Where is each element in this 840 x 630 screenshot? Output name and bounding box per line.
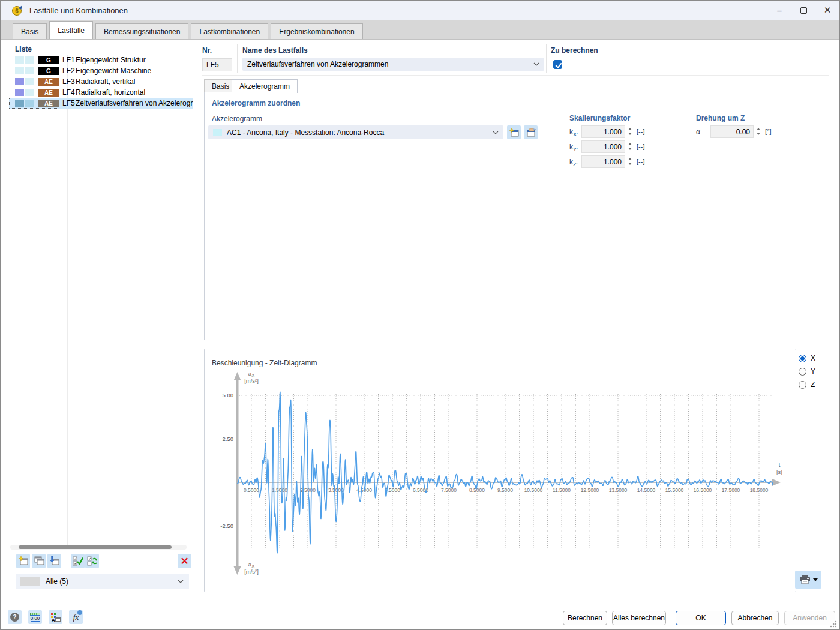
ky-spinner[interactable] [627, 140, 633, 152]
close-button[interactable]: ✕ [815, 1, 839, 20]
x-tick-label: 0.5000 [244, 487, 259, 493]
print-chart-button[interactable] [795, 571, 821, 589]
ok-button[interactable]: OK [676, 611, 726, 625]
load-case-id: LF5 [58, 99, 73, 107]
ky-unit: [--] [637, 143, 644, 150]
alles-berechnen-button[interactable]: Alles berechnen [612, 611, 666, 625]
category-badge: AE [38, 89, 59, 97]
horizontal-scrollbar[interactable] [10, 545, 187, 550]
spin-up-icon[interactable] [628, 158, 632, 160]
kz-input[interactable]: 1.000 [581, 155, 625, 168]
y-tick-label: -2.50 [220, 523, 233, 529]
berechnen-button[interactable]: Berechnen [563, 611, 607, 625]
maximize-icon [800, 7, 807, 14]
y-tick-label: 5.00 [223, 392, 234, 398]
filter-label: Alle (5) [46, 577, 178, 586]
category-badge: AE [38, 100, 59, 107]
print-options-caret[interactable] [813, 578, 818, 581]
load-case-name: Eigengewicht Struktur [73, 56, 146, 64]
spin-down-icon[interactable] [628, 133, 632, 135]
category-badge: G [38, 56, 59, 64]
anwenden-button[interactable]: Anwenden [784, 611, 835, 625]
display-settings-button[interactable]: A [49, 610, 62, 624]
spin-down-icon[interactable] [628, 163, 632, 165]
ky-input[interactable]: 1.000 [581, 140, 625, 153]
check-all-button[interactable] [71, 554, 85, 568]
load-case-id: LF2 [58, 67, 73, 75]
spin-up-icon[interactable] [757, 128, 760, 130]
color-swatch [25, 67, 34, 74]
x-tick-label: 10.5000 [524, 487, 543, 493]
scaling-factor-header: Skalierungsfaktor [569, 114, 630, 122]
radio-z[interactable]: Z [799, 378, 815, 391]
load-case-name-dropdown[interactable]: Zeitverlaufsverfahren von Akzelerogramme… [242, 58, 544, 71]
tab-lastkombinationen[interactable]: Lastkombinationen [191, 23, 268, 39]
check-all-icon [73, 556, 83, 566]
list-item-lf2[interactable]: G LF2Eigengewicht Maschine [9, 65, 193, 76]
list-item-lf5[interactable]: AE LF5Zeitverlaufsverfahren von Akzelero… [9, 98, 193, 109]
color-swatch [25, 89, 34, 96]
minimize-button[interactable]: – [767, 1, 791, 20]
list-item-lf4[interactable]: AE LF4Radialkraft, horizontal [9, 87, 193, 98]
new-accelerogram-button[interactable] [507, 125, 521, 139]
list-item-lf3[interactable]: AE LF3Radiakraft, vertikal [9, 76, 193, 87]
x-tick-label: 16.5000 [694, 487, 712, 493]
alpha-unit: [°] [765, 128, 772, 135]
alpha-input[interactable]: 0.00 [710, 125, 754, 138]
formula-button[interactable]: fx [69, 610, 83, 624]
invert-check-button[interactable] [85, 554, 99, 568]
rotation-header: Drehung um Z [696, 114, 745, 122]
load-case-name: Radiakraft, vertikal [73, 77, 135, 86]
x-tick-label: 9.5000 [497, 487, 513, 493]
display-colors-icon: A [51, 613, 61, 622]
y-tick-label: 2.50 [223, 436, 234, 442]
units-icon: 0,00 [30, 613, 40, 622]
alpha-spinner[interactable] [755, 125, 761, 137]
radio-x[interactable]: X [799, 352, 815, 365]
resize-grip[interactable] [830, 620, 837, 628]
kx-input[interactable]: 1.000 [581, 125, 625, 138]
scrollbar-thumb[interactable] [19, 545, 172, 549]
list-item-lf1[interactable]: G LF1Eigengewicht Struktur [9, 55, 193, 65]
new-load-case-button[interactable] [16, 554, 30, 568]
radio-y[interactable]: Y [799, 365, 815, 378]
category-badge: G [38, 67, 59, 75]
copy-load-case-button[interactable] [32, 554, 46, 568]
spin-down-icon[interactable] [757, 133, 760, 135]
y-axis-unit: [m/s²] [244, 377, 259, 384]
subtab-akzelerogramm[interactable]: Akzelerogramm [232, 79, 298, 93]
accelerogram-dropdown[interactable]: AC1 - Ancona, Italy - Messstation: Ancon… [208, 125, 503, 139]
list-filter-dropdown[interactable]: Alle (5) [16, 574, 189, 589]
nr-label: Nr. [202, 46, 232, 55]
x-tick-label: 7.5000 [441, 487, 457, 493]
category-badge: AE [38, 78, 59, 86]
maximize-button[interactable] [791, 1, 815, 20]
help-button[interactable]: ? [8, 610, 22, 624]
radio-x-label: X [811, 354, 815, 362]
spin-up-icon[interactable] [628, 128, 632, 130]
load-case-number-field[interactable]: LF5 [202, 58, 232, 71]
tab-basis[interactable]: Basis [13, 23, 47, 39]
tab-ergebniskombinationen[interactable]: Ergebniskombinationen [271, 23, 362, 39]
kx-spinner[interactable] [627, 125, 633, 137]
alpha-label: α [696, 128, 700, 136]
tab-lastfaelle[interactable]: Lastfälle [49, 21, 93, 39]
list-toolbar: ✕ [9, 554, 193, 569]
separator [202, 75, 829, 76]
units-settings-button[interactable]: 0,00 [28, 610, 42, 624]
kz-spinner[interactable] [627, 155, 633, 167]
spin-up-icon[interactable] [628, 143, 632, 145]
x-axis-arrow [772, 479, 781, 486]
spin-down-icon[interactable] [628, 148, 632, 150]
color-swatch [25, 56, 34, 64]
tab-bemessungssituationen[interactable]: Bemessungssituationen [95, 23, 188, 39]
edit-window-icon [526, 128, 536, 137]
color-swatch [15, 100, 24, 107]
insert-load-case-button[interactable] [47, 554, 61, 568]
abbrechen-button[interactable]: Abbrechen [731, 611, 779, 625]
compute-checkbox[interactable] [553, 60, 562, 69]
title-bar: 6 Lastfälle und Kombinationen – ✕ [1, 1, 839, 20]
edit-accelerogram-button[interactable] [524, 125, 538, 139]
y-axis-unit: [m/s²] [244, 568, 259, 575]
delete-load-case-button[interactable]: ✕ [178, 554, 191, 568]
